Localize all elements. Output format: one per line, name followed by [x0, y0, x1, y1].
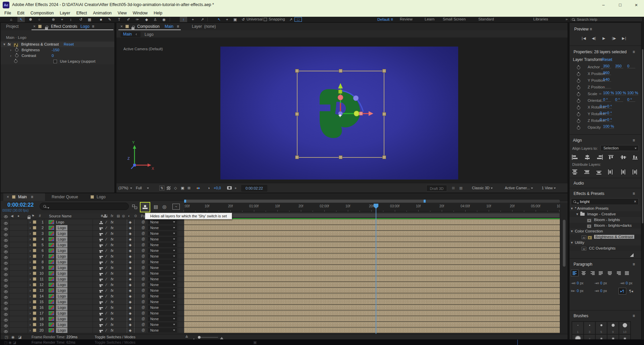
layer-quality-icon[interactable]: ∕ — [106, 248, 107, 253]
view-axis-mode-icon[interactable]: ↗ — [199, 17, 206, 22]
layer-fx-icon[interactable]: fx — [111, 231, 114, 236]
roto-brush-tool-icon[interactable]: ♙ — [152, 17, 159, 22]
expand-transfer-icon[interactable]: ◪ — [18, 335, 21, 339]
paragraph-align-button-2[interactable] — [588, 270, 596, 276]
effects-tree-item[interactable]: 32▸Brightness & Contrast — [570, 234, 641, 240]
snapping-checkbox[interactable] — [264, 18, 267, 21]
menu-animation[interactable]: Animation — [90, 10, 115, 16]
layer-duration-bar[interactable] — [184, 305, 560, 310]
selection-handle[interactable] — [339, 69, 342, 73]
layer-shy-toggle[interactable] — [99, 306, 103, 310]
transport-button-1[interactable]: ◀| — [589, 36, 599, 41]
layer-duration-bar[interactable] — [184, 231, 560, 236]
paragraph-align-button-1[interactable] — [580, 270, 587, 276]
layer-expander-icon[interactable]: › — [30, 305, 31, 310]
layer-3d-switch-icon[interactable]: ◈ — [129, 305, 131, 310]
time-ruler[interactable]: :00f 10f 20f 01:00f 10f 20f 02:00f 10f 2… — [184, 203, 560, 212]
layer-quality-icon[interactable]: ∕ — [106, 259, 107, 265]
maximize-button[interactable]: □ — [612, 0, 628, 10]
effects-tree-item[interactable]: ▾Utility — [570, 240, 641, 246]
layer-fx-icon[interactable]: fx — [111, 236, 114, 242]
parent-pickwhip-icon[interactable]: @ — [142, 288, 145, 293]
parent-pickwhip-icon[interactable]: @ — [142, 254, 145, 259]
layer-shy-toggle[interactable] — [99, 250, 103, 253]
lock-column-icon[interactable] — [28, 217, 31, 219]
parent-dropdown[interactable]: None — [148, 265, 177, 270]
parent-pickwhip-icon[interactable]: @ — [142, 265, 145, 270]
layer-name[interactable]: Logo — [56, 293, 67, 299]
panel-menu-icon[interactable]: ≡ — [590, 27, 592, 31]
layer-3d-switch-icon[interactable]: ◈ — [129, 293, 131, 299]
parent-pickwhip-icon[interactable]: @ — [142, 248, 145, 253]
layer-row[interactable]: › 6 Logo ∕ fx ◈ @ None — [1, 248, 184, 254]
number-column-header[interactable]: # — [39, 214, 41, 218]
stopwatch-icon[interactable] — [15, 53, 18, 57]
layer-expander-icon[interactable]: › — [30, 271, 31, 276]
layer-3d-switch-icon[interactable]: ◈ — [129, 231, 131, 236]
layer-eye-icon[interactable] — [4, 325, 8, 327]
graph-editor-icon[interactable]: ~ — [172, 204, 180, 210]
layer-name[interactable]: Logo — [56, 276, 67, 282]
shy-toggle-button[interactable] — [140, 202, 150, 212]
workspace-standard[interactable]: Standard — [478, 17, 494, 21]
layer-3d-switch-icon[interactable]: ◈ — [129, 236, 131, 242]
layer-shy-toggle[interactable] — [99, 272, 103, 276]
menu-layer[interactable]: Layer — [57, 10, 73, 16]
brush-cell[interactable] — [607, 334, 619, 340]
brush-cell[interactable]: 9 — [607, 322, 619, 334]
align-left-button[interactable] — [572, 155, 579, 160]
layer-row[interactable]: › 3 Logo ∕ fx ◈ @ None — [1, 231, 184, 236]
layer-quality-icon[interactable]: ∕ — [106, 310, 107, 316]
stopwatch-icon[interactable] — [577, 106, 580, 109]
adjustment-column-icon[interactable]: ◐ — [128, 214, 130, 218]
effect-header-row[interactable]: ▾ fx ▞ Brightness & Contrast Reset — [1, 42, 114, 47]
selection-handle[interactable] — [295, 155, 299, 159]
layer-3d-switch-icon[interactable]: ◈ — [129, 282, 131, 287]
home-tool-icon[interactable]: ⌂ — [7, 17, 15, 22]
layer-duration-bar[interactable] — [184, 282, 560, 287]
layer-eye-icon[interactable] — [4, 330, 8, 333]
layer-shy-toggle[interactable] — [99, 227, 103, 230]
layer-expander-icon[interactable]: › — [30, 236, 31, 242]
align-center-v-button[interactable] — [620, 155, 627, 160]
parent-dropdown[interactable]: None — [148, 299, 177, 304]
layer-quality-icon[interactable]: ∕ — [106, 265, 107, 270]
breadcrumb-main-pill[interactable]: Main ‹ — [120, 31, 141, 37]
layer-expander-icon[interactable]: › — [30, 225, 31, 230]
prop-row-scale[interactable]: Scale ∞100 %100 %100 % — [570, 91, 641, 97]
gizmo-scale-tool-icon[interactable]: ▣ — [231, 17, 239, 22]
menu-edit[interactable]: Edit — [14, 10, 28, 16]
frame-blending-icon[interactable]: ▤ — [154, 204, 158, 209]
world-axis-mode-icon[interactable]: + — [189, 17, 197, 22]
layer-duration-bar[interactable] — [184, 322, 560, 327]
layer-quality-icon[interactable]: ∕ — [106, 219, 107, 225]
layer-quality-icon[interactable]: ∕ — [106, 225, 107, 230]
layer-duration-bar[interactable] — [184, 219, 560, 225]
expand-render-icon[interactable]: ◉ — [11, 335, 15, 339]
layer-duration-bar[interactable] — [184, 265, 560, 270]
layer-fx-icon[interactable]: fx — [111, 310, 114, 316]
param-value[interactable]: -150 — [52, 47, 59, 53]
paragraph-indent-field[interactable]: ⇥≡ 0 px — [594, 281, 607, 285]
layer-row[interactable]: › 9 Logo ∕ fx ◈ @ None — [1, 265, 184, 271]
prop-value[interactable]: 350 — [615, 64, 623, 68]
layer-row[interactable]: › 17 Logo ∕ fx ◈ @ None — [1, 310, 184, 316]
layer-quality-icon[interactable]: ∕ — [106, 293, 107, 299]
selection-handle[interactable] — [295, 69, 299, 73]
layer-label-chip[interactable] — [33, 294, 36, 298]
layer-fx-icon[interactable]: fx — [111, 282, 114, 287]
brush-cell[interactable]: 3 — [584, 322, 595, 334]
help-search-box[interactable]: Search Help — [570, 17, 643, 22]
layer-label-chip[interactable] — [33, 220, 36, 224]
layer-duration-bar[interactable] — [184, 310, 560, 316]
parent-pickwhip-icon[interactable]: @ — [142, 305, 145, 310]
hand-tool-icon[interactable]: ✽ — [27, 17, 34, 22]
right-scrollbar-track[interactable] — [641, 22, 644, 340]
frame-blend-column-icon[interactable]: ▤ — [117, 214, 120, 218]
layer-duration-bar[interactable] — [184, 293, 560, 299]
parent-dropdown[interactable]: None — [148, 271, 177, 276]
parent-pickwhip-icon[interactable]: @ — [142, 276, 145, 282]
layer-expander-icon[interactable]: › — [30, 316, 31, 322]
layer-row[interactable]: › 5 Logo ∕ fx ◈ @ None — [1, 242, 184, 248]
effects-tree-item[interactable]: ▾Image - Creative — [570, 211, 641, 217]
